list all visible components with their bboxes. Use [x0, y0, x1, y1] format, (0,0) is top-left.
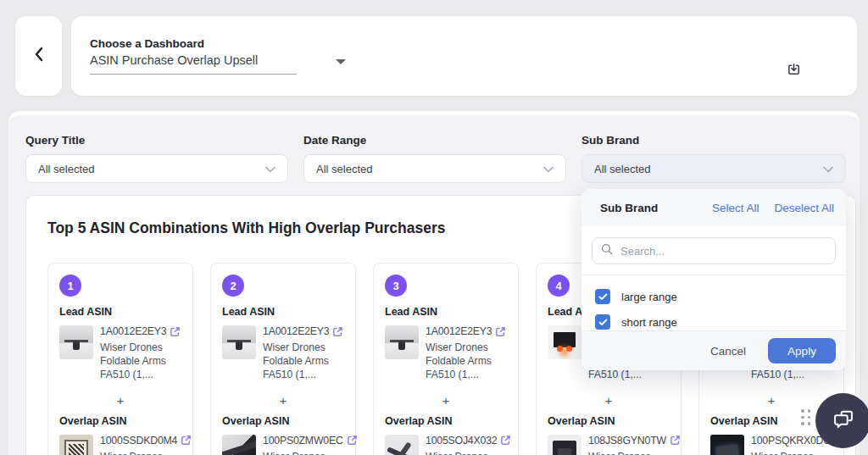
overlap-product-image — [710, 435, 744, 455]
rank-badge: 1 — [59, 275, 81, 297]
chevron-left-icon — [31, 45, 47, 67]
apply-button[interactable]: Apply — [768, 338, 836, 363]
date-range-label: Date Range — [303, 134, 566, 147]
overlap-asin-description: Wiser Drones — [751, 450, 832, 455]
lead-product-image — [548, 325, 581, 359]
lead-asin-label: Lead ASIN — [385, 306, 507, 318]
query-title-select[interactable]: All selected — [25, 154, 288, 183]
external-link-icon[interactable] — [170, 326, 181, 337]
filter-sub-brand: Sub Brand All selected — [581, 134, 846, 183]
overlap-asin-code: 1000SSDKD0M4 — [100, 435, 177, 447]
plus-divider: + — [710, 393, 832, 408]
checkbox-checked-icon[interactable] — [595, 289, 610, 304]
plus-divider: + — [59, 393, 181, 408]
dashboard-select[interactable]: ASIN Purchase Overlap Upsell — [90, 53, 297, 75]
lead-asin-label: Lead ASIN — [59, 306, 181, 318]
filter-query-title: Query Title All selected — [25, 134, 288, 183]
lead-asin-description: Wiser Drones Foldable Arms FA510 (1,... — [263, 341, 344, 382]
overlap-asin-label: Overlap ASIN — [222, 415, 344, 427]
option-label: large range — [621, 291, 677, 303]
asin-combo-card-3: 3 Lead ASIN 1A0012E2EY3 Wiser Drones Fol… — [373, 263, 519, 455]
overlap-product-image — [222, 435, 256, 455]
overlap-asin-code: 100PS0ZMW0EC — [263, 435, 343, 447]
overlap-asin-code: 108JS8GYN0TW — [588, 435, 666, 447]
external-link-icon[interactable] — [181, 435, 192, 446]
rank-badge: 3 — [385, 275, 407, 297]
plus-divider: + — [548, 393, 670, 408]
query-title-label: Query Title — [25, 134, 288, 147]
overlap-asin-description: Wiser Drones — [100, 450, 181, 455]
external-link-icon[interactable] — [347, 435, 358, 446]
chevron-down-icon — [543, 163, 554, 175]
download-icon — [786, 62, 802, 81]
rank-badge: 2 — [222, 275, 244, 297]
overlap-asin-description: Wiser Drones — [588, 450, 670, 455]
overlap-asin-label: Overlap ASIN — [385, 415, 507, 427]
overlap-asin-label: Overlap ASIN — [59, 415, 181, 427]
dropdown-footer: Cancel Apply — [581, 330, 846, 370]
deselect-all-link[interactable]: Deselect All — [774, 202, 834, 214]
lead-asin-description: Wiser Drones Foldable Arms FA510 (1,... — [426, 341, 507, 382]
overlap-asin-label: Overlap ASIN — [548, 415, 670, 427]
option-large-range[interactable]: large range — [595, 284, 832, 309]
chevron-down-icon — [265, 163, 275, 175]
lead-product-image — [222, 325, 256, 359]
filter-date-range: Date Range All selected — [303, 134, 566, 183]
select-all-link[interactable]: Select All — [712, 202, 760, 214]
chat-bubbles-icon — [832, 408, 855, 435]
sub-brand-select[interactable]: All selected — [581, 154, 846, 183]
overlap-product-image — [548, 435, 581, 455]
dashboard-select-value: ASIN Purchase Overlap Upsell — [90, 53, 297, 75]
sub-brand-dropdown-panel: Sub Brand Select All Deselect All large … — [581, 189, 846, 370]
asin-combo-card-1: 1 Lead ASIN 1A0012E2EY3 Wiser Drones Fol… — [47, 263, 193, 455]
lead-asin-description: Wiser Drones Foldable Arms FA510 (1,... — [100, 341, 181, 382]
external-link-icon[interactable] — [332, 326, 343, 337]
chat-fab-button[interactable] — [815, 393, 868, 448]
lead-asin-code: 1A0012E2EY3 — [100, 325, 166, 337]
plus-divider: + — [385, 393, 507, 408]
external-link-icon[interactable] — [500, 435, 511, 446]
overlap-asin-code: 1005SOJ4X032 — [426, 435, 497, 447]
caret-down-icon — [336, 59, 346, 64]
date-range-select[interactable]: All selected — [303, 154, 566, 183]
chevron-down-icon — [823, 163, 833, 175]
dashboard-picker-card: Choose a Dashboard ASIN Purchase Overlap… — [71, 16, 857, 96]
option-label: short range — [621, 316, 677, 329]
lead-asin-code: 1A0012E2EY3 — [263, 325, 329, 337]
back-button[interactable] — [15, 16, 62, 96]
overlap-product-image — [59, 435, 93, 455]
overlap-asin-code: 100PSQKRX0DG — [751, 435, 832, 447]
lead-asin-label: Lead ASIN — [222, 306, 344, 318]
external-link-icon[interactable] — [670, 435, 681, 446]
query-title-value: All selected — [38, 163, 265, 175]
search-input[interactable] — [620, 245, 826, 258]
overlap-product-image — [385, 435, 419, 455]
checkbox-checked-icon[interactable] — [595, 314, 610, 330]
sub-brand-value: All selected — [594, 163, 823, 175]
search-box — [592, 237, 836, 264]
download-button[interactable] — [779, 57, 808, 86]
plus-divider: + — [222, 393, 344, 408]
dropdown-header: Sub Brand Select All Deselect All — [581, 189, 846, 226]
drag-handle-icon[interactable] — [801, 409, 811, 425]
asin-combo-card-2: 2 Lead ASIN 1A0012E2EY3 Wiser Drones Fol… — [210, 263, 356, 455]
overlap-asin-description: Wiser Drones — [263, 450, 344, 455]
rank-badge: 4 — [548, 275, 570, 297]
lead-product-image — [385, 325, 419, 359]
widget-title: Top 5 ASIN Combinations With High Overla… — [47, 219, 446, 237]
overlap-asin-description: Wiser Drones — [426, 450, 507, 455]
dashboard-picker-label: Choose a Dashboard — [90, 37, 204, 50]
date-range-value: All selected — [316, 163, 543, 175]
lead-asin-code: 1A0012E2EY3 — [426, 325, 492, 337]
overlap-asin-label: Overlap ASIN — [710, 415, 832, 427]
cancel-button[interactable]: Cancel — [710, 345, 746, 358]
sub-brand-label: Sub Brand — [581, 134, 846, 147]
lead-product-image — [59, 325, 93, 359]
dropdown-title: Sub Brand — [600, 202, 712, 214]
search-icon — [601, 243, 613, 258]
external-link-icon[interactable] — [495, 326, 506, 337]
